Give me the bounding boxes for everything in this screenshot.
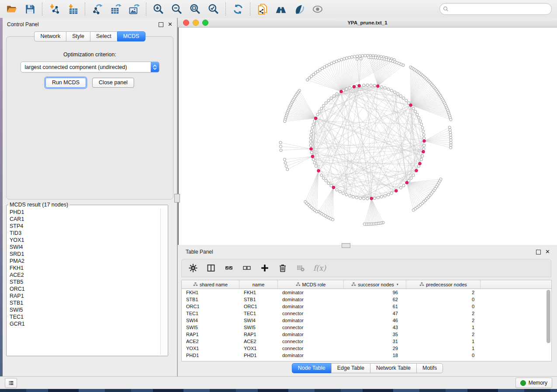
network-node[interactable] (312, 123, 315, 126)
network-node[interactable] (423, 137, 426, 140)
network-node[interactable] (310, 151, 313, 154)
network-node[interactable] (350, 56, 353, 58)
network-node[interactable] (310, 130, 313, 133)
cell-MCDS-role[interactable]: dominator (278, 303, 344, 310)
network-node[interactable] (312, 158, 315, 161)
cell-predecessor-nodes[interactable]: 0 (406, 352, 481, 359)
mcds-result-item[interactable]: PHD1 (7, 209, 160, 216)
horizontal-splitter-handle[interactable] (342, 243, 350, 248)
network-node[interactable] (366, 84, 369, 86)
cell-successor-nodes[interactable]: 61 (344, 303, 406, 310)
search-box[interactable] (439, 3, 552, 15)
add-column-icon[interactable] (259, 263, 270, 273)
select-all-icon[interactable] (224, 263, 234, 273)
network-node[interactable] (342, 192, 345, 195)
table-row[interactable]: RAP1RAP1dominator352 (182, 331, 551, 338)
mcds-result-item[interactable]: ORC1 (7, 285, 160, 292)
tab-node-table[interactable]: Node Table (292, 363, 331, 373)
network-node[interactable] (325, 102, 327, 104)
network-node[interactable] (333, 95, 336, 97)
cell-successor-nodes[interactable]: 18 (344, 352, 406, 359)
network-node[interactable] (421, 127, 424, 129)
criterion-dropdown[interactable]: largest connected component (undirected) (21, 62, 159, 72)
cell-successor-nodes[interactable]: 43 (344, 324, 406, 331)
cell-name[interactable]: YOX1 (239, 345, 278, 352)
network-node[interactable] (448, 126, 451, 129)
network-node[interactable] (399, 186, 402, 189)
network-node[interactable] (450, 141, 452, 144)
network-node[interactable] (322, 177, 325, 179)
network-node[interactable] (358, 84, 361, 87)
network-node[interactable] (422, 148, 425, 150)
network-node[interactable] (346, 57, 348, 59)
cell-MCDS-role[interactable]: connector (278, 338, 344, 345)
network-node[interactable] (449, 131, 452, 134)
tab-network-table[interactable]: Network Table (370, 363, 416, 373)
table-scrollbar[interactable] (547, 289, 550, 360)
network-node[interactable] (315, 210, 318, 213)
cell-predecessor-nodes[interactable]: 2 (406, 331, 481, 338)
mcds-result-item[interactable]: TID3 (7, 230, 160, 237)
network-node[interactable] (320, 107, 323, 110)
close-panel-button[interactable]: Close panel (92, 78, 134, 88)
cell-successor-nodes[interactable]: 62 (344, 296, 406, 303)
network-node[interactable] (415, 169, 418, 172)
network-node[interactable] (327, 99, 330, 102)
save-icon[interactable] (24, 3, 36, 15)
network-node[interactable] (377, 85, 380, 88)
network-node[interactable] (363, 223, 366, 225)
network-node[interactable] (450, 139, 452, 141)
table-row[interactable]: TEC1TEC1connector472 (182, 310, 551, 317)
network-node[interactable] (450, 146, 452, 149)
tab-select[interactable]: Select (90, 31, 117, 41)
cell-shared-name[interactable]: SWI5 (182, 324, 239, 331)
network-node[interactable] (283, 158, 286, 161)
network-node[interactable] (285, 165, 287, 168)
mcds-result-item[interactable]: RAP1 (7, 292, 160, 299)
cell-successor-nodes[interactable]: 96 (344, 289, 406, 296)
table-panel-float-icon[interactable] (536, 250, 541, 254)
table-row[interactable]: SWI4SWI4dominator462 (182, 317, 551, 324)
cell-successor-nodes[interactable]: 35 (344, 331, 406, 338)
network-node[interactable] (313, 162, 316, 164)
network-node[interactable] (450, 144, 452, 146)
network-node[interactable] (330, 184, 332, 187)
deselect-all-icon[interactable] (242, 263, 252, 273)
cell-MCDS-role[interactable]: dominator (278, 352, 344, 359)
network-node[interactable] (390, 89, 393, 92)
zoom-selected-icon[interactable] (208, 3, 220, 15)
network-canvas[interactable] (178, 28, 557, 245)
cell-shared-name[interactable]: RAP1 (182, 331, 239, 338)
network-node[interactable] (353, 55, 356, 58)
run-mcds-button[interactable]: Run MCDS (45, 78, 86, 88)
network-node[interactable] (343, 58, 346, 60)
network-node[interactable] (340, 58, 343, 61)
network-node[interactable] (380, 196, 383, 198)
network-window-titlebar[interactable]: YPA_prune.txt_1 (178, 18, 557, 28)
mcds-result-item[interactable]: STP4 (7, 223, 160, 230)
network-node[interactable] (360, 57, 362, 60)
network-node[interactable] (405, 99, 408, 102)
network-node[interactable] (399, 95, 402, 97)
network-node[interactable] (284, 120, 286, 123)
network-node[interactable] (422, 134, 425, 136)
network-node[interactable] (345, 193, 348, 196)
cell-shared-name[interactable]: ORC1 (182, 303, 239, 310)
cell-predecessor-nodes[interactable]: 2 (406, 289, 481, 296)
network-node[interactable] (364, 54, 367, 57)
control-panel-close-icon[interactable]: ✕ (168, 22, 173, 27)
column-header-name[interactable]: name (239, 280, 278, 289)
network-node[interactable] (352, 196, 355, 198)
cell-MCDS-role[interactable]: dominator (278, 289, 344, 296)
network-node[interactable] (310, 148, 313, 151)
cell-MCDS-role[interactable]: connector (278, 324, 344, 331)
network-node[interactable] (340, 90, 343, 93)
mcds-result-item[interactable]: STB5 (7, 279, 160, 285)
network-node[interactable] (420, 123, 423, 126)
network-node[interactable] (394, 91, 396, 93)
network-node[interactable] (286, 168, 289, 171)
column-header-predecessor-nodes[interactable]: predecessor nodes (406, 280, 481, 289)
network-node[interactable] (423, 144, 426, 147)
column-header-shared-name[interactable]: shared name (182, 280, 239, 289)
network-node[interactable] (310, 134, 312, 136)
